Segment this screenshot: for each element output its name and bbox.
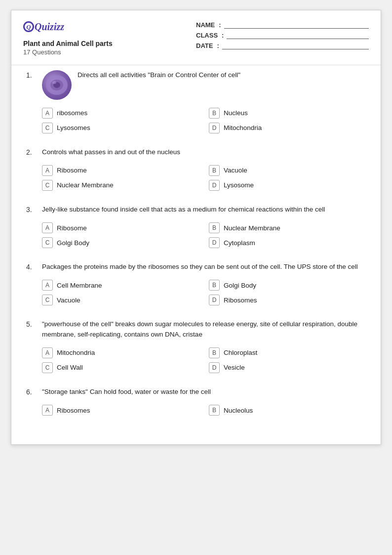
question-5-row: 5. "powerhouse of the cell" breaks down … [26,319,366,340]
logo: Q Quizizz [23,19,196,33]
answer-5a-letter: A [42,347,53,358]
answer-5b: B Chloroplast [209,347,366,358]
answer-1d-letter: D [209,123,220,133]
question-6: 6. "Storage tanks" Can hold food, water … [26,387,366,416]
answer-1a: A ribosomes [42,108,199,119]
question-5-text: "powerhouse of the cell" breaks down sug… [42,319,366,340]
questions-section: 1. Directs all cell activities "Brain or… [11,65,381,445]
answer-6b-letter: B [209,405,220,416]
answer-4c-letter: C [42,295,53,305]
answer-6a-letter: A [42,405,53,416]
answer-1c-letter: C [42,123,53,133]
question-1-row: 1. Directs all cell activities "Brain or… [26,70,366,100]
answer-3d-text: Cytoplasm [224,239,255,247]
question-3: 3. Jelly-like substance found inside cel… [26,205,366,248]
answer-2a: A Ribosome [42,165,199,176]
question-1-number: 1. [26,70,36,79]
question-4-text: Packages the proteins made by the riboso… [42,262,366,272]
answer-3b-letter: B [209,222,220,233]
date-label: DATE [196,42,213,49]
quiz-page: Q Quizizz Plant and Animal Cell parts 17… [11,10,381,445]
answer-2c-text: Nuclear Membrane [57,181,114,189]
answer-1d-text: Mitochondria [224,124,262,131]
answer-2b: B Vacuole [209,165,366,176]
answer-3c: C Golgi Body [42,237,199,248]
answer-6a-text: Ribosomes [57,407,90,414]
question-1: 1. Directs all cell activities "Brain or… [26,70,366,133]
answer-4a-letter: A [42,280,53,291]
answer-5b-letter: B [209,347,220,358]
answer-3c-letter: C [42,237,53,248]
name-line[interactable] [224,22,369,29]
answer-1c: C Lysosomes [42,123,199,133]
question-6-answers: A Ribosomes B Nucleolus [42,405,366,416]
answer-1d: D Mitochondria [209,123,366,133]
answer-4a-text: Cell Membrane [57,282,102,289]
answer-2b-letter: B [209,165,220,176]
answer-6a: A Ribosomes [42,405,199,416]
date-line[interactable] [222,43,369,49]
answer-4b: B Golgi Body [209,280,366,291]
answer-5d-letter: D [209,362,220,373]
logo-q-circle: Q [23,21,34,32]
class-line[interactable] [227,32,369,39]
question-1-text: Directs all cell activities "Brain or Co… [78,70,366,80]
answer-4d: D Ribosomes [209,295,366,305]
question-5-number: 5. [26,319,36,328]
date-field: DATE : [196,42,369,49]
name-label: NAME [196,21,215,29]
question-2-number: 2. [26,147,36,156]
question-4-number: 4. [26,262,36,271]
answer-1b-text: Nucleus [224,109,248,117]
answer-3a-text: Ribosome [57,224,87,232]
question-4-row: 4. Packages the proteins made by the rib… [26,262,366,272]
answer-5d-text: Vesicle [224,364,245,371]
answer-6b-text: Nucleolus [224,407,253,414]
class-label: CLASS [196,32,218,39]
logo-text: Q Quizizz [23,19,64,33]
answer-4d-letter: D [209,295,220,305]
question-4-answers: A Cell Membrane B Golgi Body C Vacuole D… [42,280,366,305]
question-6-number: 6. [26,387,36,396]
answer-4c-text: Vacuole [57,297,80,304]
question-4: 4. Packages the proteins made by the rib… [26,262,366,305]
answer-2c: C Nuclear Membrane [42,180,199,191]
answer-1a-text: ribosomes [57,109,87,117]
answer-4c: C Vacuole [42,295,199,305]
answer-3b-text: Nuclear Membrane [224,224,280,232]
quiz-questions-count: 17 Questions [23,48,196,56]
answer-3d-letter: D [209,237,220,248]
question-6-text: "Storage tanks" Can hold food, water or … [42,387,366,397]
answer-5c-letter: C [42,362,53,373]
quiz-title: Plant and Animal Cell parts [23,40,196,47]
question-2-row: 2. Controls what passes in and out of th… [26,147,366,157]
question-1-image [42,70,72,100]
svg-point-3 [52,81,56,84]
answer-5c-text: Cell Wall [57,364,83,371]
question-6-row: 6. "Storage tanks" Can hold food, water … [26,387,366,397]
question-2-answers: A Ribosome B Vacuole C Nuclear Membrane … [42,165,366,191]
answer-1c-text: Lysosomes [57,124,90,131]
answer-6b: B Nucleolus [209,405,366,416]
logo-name: Quizizz [35,21,64,33]
answer-4b-text: Golgi Body [224,282,256,289]
header-left: Q Quizizz Plant and Animal Cell parts 17… [23,19,196,56]
answer-3d: D Cytoplasm [209,237,366,248]
answer-3a-letter: A [42,222,53,233]
question-3-number: 3. [26,205,36,213]
answer-2c-letter: C [42,180,53,191]
question-2: 2. Controls what passes in and out of th… [26,147,366,191]
header: Q Quizizz Plant and Animal Cell parts 17… [11,10,381,65]
answer-5c: C Cell Wall [42,362,199,373]
answer-2d-letter: D [209,180,220,191]
answer-3a: A Ribosome [42,222,199,233]
answer-1b: B Nucleus [209,108,366,119]
question-5-answers: A Mitochondria B Chloroplast C Cell Wall… [42,347,366,373]
answer-2a-text: Ribosome [57,167,87,174]
name-field: NAME : [196,21,369,29]
answer-5b-text: Chloroplast [224,349,257,356]
answer-1a-letter: A [42,108,53,119]
answer-2d-text: Lysosome [224,181,254,189]
question-3-answers: A Ribosome B Nuclear Membrane C Golgi Bo… [42,222,366,248]
answer-2d: D Lysosome [209,180,366,191]
